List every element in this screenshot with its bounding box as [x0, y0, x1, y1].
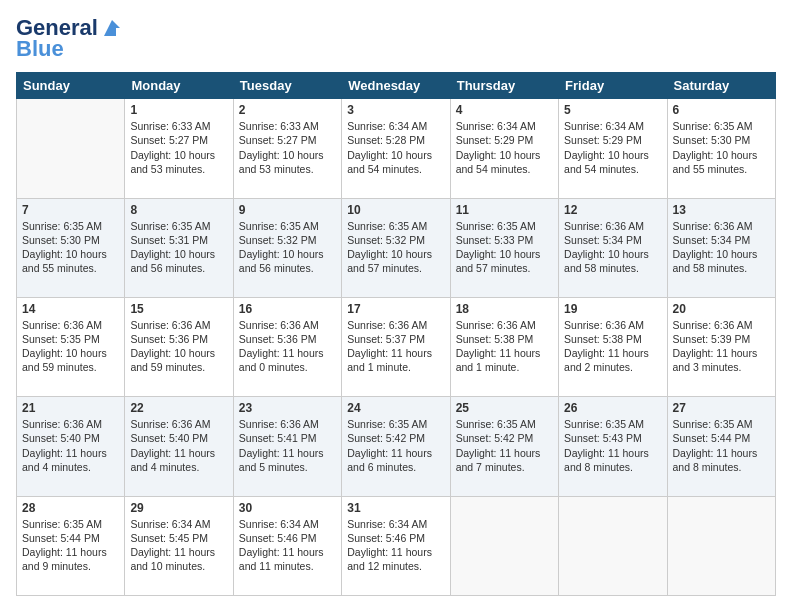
daylight-text: Daylight: 11 hours and 5 minutes.	[239, 446, 336, 474]
sunrise-text: Sunrise: 6:36 AM	[673, 219, 770, 233]
day-number: 6	[673, 103, 770, 117]
sunrise-text: Sunrise: 6:34 AM	[347, 119, 444, 133]
calendar-cell: 24Sunrise: 6:35 AMSunset: 5:42 PMDayligh…	[342, 397, 450, 496]
sunrise-text: Sunrise: 6:34 AM	[564, 119, 661, 133]
day-number: 16	[239, 302, 336, 316]
calendar-cell: 19Sunrise: 6:36 AMSunset: 5:38 PMDayligh…	[559, 297, 667, 396]
calendar-cell: 23Sunrise: 6:36 AMSunset: 5:41 PMDayligh…	[233, 397, 341, 496]
calendar-cell: 22Sunrise: 6:36 AMSunset: 5:40 PMDayligh…	[125, 397, 233, 496]
daylight-text: Daylight: 10 hours and 53 minutes.	[130, 148, 227, 176]
logo-icon	[100, 16, 124, 40]
daylight-text: Daylight: 11 hours and 10 minutes.	[130, 545, 227, 573]
daylight-text: Daylight: 10 hours and 54 minutes.	[456, 148, 553, 176]
day-number: 10	[347, 203, 444, 217]
daylight-text: Daylight: 10 hours and 59 minutes.	[130, 346, 227, 374]
logo: General Blue	[16, 16, 124, 62]
sunset-text: Sunset: 5:39 PM	[673, 332, 770, 346]
day-number: 23	[239, 401, 336, 415]
calendar-cell: 20Sunrise: 6:36 AMSunset: 5:39 PMDayligh…	[667, 297, 775, 396]
sunrise-text: Sunrise: 6:35 AM	[22, 517, 119, 531]
daylight-text: Daylight: 11 hours and 12 minutes.	[347, 545, 444, 573]
sunrise-text: Sunrise: 6:34 AM	[130, 517, 227, 531]
day-number: 20	[673, 302, 770, 316]
calendar-cell: 26Sunrise: 6:35 AMSunset: 5:43 PMDayligh…	[559, 397, 667, 496]
calendar-week-row: 7Sunrise: 6:35 AMSunset: 5:30 PMDaylight…	[17, 198, 776, 297]
calendar-cell: 3Sunrise: 6:34 AMSunset: 5:28 PMDaylight…	[342, 99, 450, 198]
day-number: 2	[239, 103, 336, 117]
calendar-cell: 28Sunrise: 6:35 AMSunset: 5:44 PMDayligh…	[17, 496, 125, 595]
weekday-header: Friday	[559, 73, 667, 99]
calendar-cell: 4Sunrise: 6:34 AMSunset: 5:29 PMDaylight…	[450, 99, 558, 198]
day-number: 21	[22, 401, 119, 415]
daylight-text: Daylight: 10 hours and 55 minutes.	[673, 148, 770, 176]
calendar-cell: 16Sunrise: 6:36 AMSunset: 5:36 PMDayligh…	[233, 297, 341, 396]
sunset-text: Sunset: 5:37 PM	[347, 332, 444, 346]
calendar-cell: 15Sunrise: 6:36 AMSunset: 5:36 PMDayligh…	[125, 297, 233, 396]
sunrise-text: Sunrise: 6:36 AM	[564, 219, 661, 233]
daylight-text: Daylight: 10 hours and 55 minutes.	[22, 247, 119, 275]
day-number: 17	[347, 302, 444, 316]
day-number: 13	[673, 203, 770, 217]
sunset-text: Sunset: 5:46 PM	[347, 531, 444, 545]
svg-marker-0	[104, 20, 120, 36]
day-number: 7	[22, 203, 119, 217]
daylight-text: Daylight: 11 hours and 9 minutes.	[22, 545, 119, 573]
calendar-cell	[450, 496, 558, 595]
sunset-text: Sunset: 5:42 PM	[456, 431, 553, 445]
day-number: 14	[22, 302, 119, 316]
daylight-text: Daylight: 11 hours and 6 minutes.	[347, 446, 444, 474]
daylight-text: Daylight: 10 hours and 59 minutes.	[22, 346, 119, 374]
sunset-text: Sunset: 5:36 PM	[239, 332, 336, 346]
weekday-header: Sunday	[17, 73, 125, 99]
sunrise-text: Sunrise: 6:36 AM	[22, 318, 119, 332]
sunrise-text: Sunrise: 6:35 AM	[130, 219, 227, 233]
sunset-text: Sunset: 5:33 PM	[456, 233, 553, 247]
sunrise-text: Sunrise: 6:35 AM	[347, 219, 444, 233]
daylight-text: Daylight: 10 hours and 53 minutes.	[239, 148, 336, 176]
sunrise-text: Sunrise: 6:36 AM	[673, 318, 770, 332]
sunrise-text: Sunrise: 6:35 AM	[673, 119, 770, 133]
sunset-text: Sunset: 5:44 PM	[22, 531, 119, 545]
day-number: 12	[564, 203, 661, 217]
calendar-cell	[17, 99, 125, 198]
calendar-cell: 11Sunrise: 6:35 AMSunset: 5:33 PMDayligh…	[450, 198, 558, 297]
day-number: 31	[347, 501, 444, 515]
sunrise-text: Sunrise: 6:33 AM	[239, 119, 336, 133]
sunset-text: Sunset: 5:30 PM	[673, 133, 770, 147]
calendar-cell: 25Sunrise: 6:35 AMSunset: 5:42 PMDayligh…	[450, 397, 558, 496]
calendar-cell: 6Sunrise: 6:35 AMSunset: 5:30 PMDaylight…	[667, 99, 775, 198]
sunrise-text: Sunrise: 6:34 AM	[456, 119, 553, 133]
daylight-text: Daylight: 10 hours and 54 minutes.	[564, 148, 661, 176]
weekday-header: Monday	[125, 73, 233, 99]
calendar-cell: 17Sunrise: 6:36 AMSunset: 5:37 PMDayligh…	[342, 297, 450, 396]
sunrise-text: Sunrise: 6:36 AM	[456, 318, 553, 332]
sunset-text: Sunset: 5:44 PM	[673, 431, 770, 445]
calendar-table: SundayMondayTuesdayWednesdayThursdayFrid…	[16, 72, 776, 596]
calendar-cell: 1Sunrise: 6:33 AMSunset: 5:27 PMDaylight…	[125, 99, 233, 198]
weekday-header: Saturday	[667, 73, 775, 99]
sunrise-text: Sunrise: 6:35 AM	[456, 417, 553, 431]
calendar-week-row: 28Sunrise: 6:35 AMSunset: 5:44 PMDayligh…	[17, 496, 776, 595]
sunrise-text: Sunrise: 6:35 AM	[456, 219, 553, 233]
daylight-text: Daylight: 11 hours and 1 minute.	[456, 346, 553, 374]
sunrise-text: Sunrise: 6:36 AM	[22, 417, 119, 431]
calendar-week-row: 1Sunrise: 6:33 AMSunset: 5:27 PMDaylight…	[17, 99, 776, 198]
day-number: 27	[673, 401, 770, 415]
sunset-text: Sunset: 5:38 PM	[564, 332, 661, 346]
sunset-text: Sunset: 5:28 PM	[347, 133, 444, 147]
day-number: 9	[239, 203, 336, 217]
daylight-text: Daylight: 10 hours and 56 minutes.	[130, 247, 227, 275]
calendar-cell: 9Sunrise: 6:35 AMSunset: 5:32 PMDaylight…	[233, 198, 341, 297]
calendar-cell: 18Sunrise: 6:36 AMSunset: 5:38 PMDayligh…	[450, 297, 558, 396]
day-number: 26	[564, 401, 661, 415]
sunset-text: Sunset: 5:29 PM	[564, 133, 661, 147]
sunset-text: Sunset: 5:40 PM	[22, 431, 119, 445]
sunrise-text: Sunrise: 6:36 AM	[564, 318, 661, 332]
calendar-cell: 8Sunrise: 6:35 AMSunset: 5:31 PMDaylight…	[125, 198, 233, 297]
day-number: 5	[564, 103, 661, 117]
sunset-text: Sunset: 5:36 PM	[130, 332, 227, 346]
daylight-text: Daylight: 11 hours and 4 minutes.	[130, 446, 227, 474]
sunset-text: Sunset: 5:29 PM	[456, 133, 553, 147]
day-number: 30	[239, 501, 336, 515]
sunrise-text: Sunrise: 6:35 AM	[347, 417, 444, 431]
